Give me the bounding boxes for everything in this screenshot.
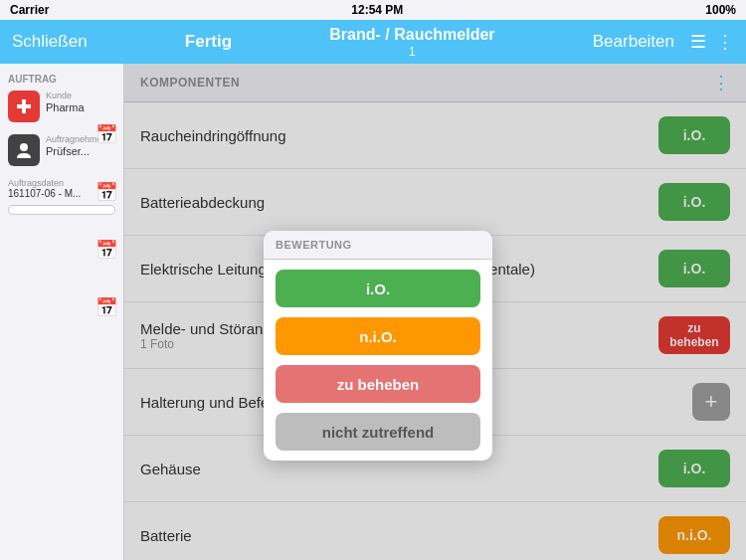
calendar-icons: 📅 📅 📅 📅 (95, 123, 117, 318)
customer-icon (8, 91, 40, 122)
person-icon (14, 140, 34, 160)
calendar-icon-2[interactable]: 📅 (95, 181, 117, 203)
layout: AUFTRAG Kunde Pharma Auftragne (0, 64, 746, 560)
carrier-label: Carrier (10, 3, 49, 17)
dropdown-header: BEWERTUNG (264, 231, 492, 260)
red-cross-icon (14, 96, 34, 116)
main-panel: KOMPONENTEN ⋮ Raucheindringöffnung i.O. … (124, 64, 746, 560)
sidebar-customer: Kunde Pharma (8, 91, 115, 122)
customer-label: Kunde (46, 91, 85, 100)
customer-name: Pharma (46, 100, 85, 114)
dropdown-option-nichtzutreffend[interactable]: nicht zutreffend (276, 413, 480, 451)
calendar-icon-3[interactable]: 📅 (95, 239, 117, 261)
calendar-icon-4[interactable]: 📅 (95, 296, 117, 318)
nav-bar-left: Schließen (12, 32, 88, 52)
nav-bar: Schließen Fertig Brand- / Rauchmelder 1 … (0, 20, 746, 64)
dropdown-option-io[interactable]: i.O. (276, 270, 480, 307)
svg-point-2 (20, 143, 28, 151)
nav-bar-right: Bearbeiten ☰ ⋮ (593, 31, 734, 53)
edit-button[interactable]: Bearbeiten (593, 32, 674, 52)
nav-subtitle-text: 1 (329, 45, 494, 59)
svg-rect-1 (17, 104, 31, 108)
more-icon[interactable]: ⋮ (716, 31, 734, 53)
calendar-icon-1[interactable]: 📅 (95, 123, 117, 145)
lines-icon[interactable]: ☰ (690, 31, 706, 53)
dropdown-option-nio[interactable]: n.i.O. (276, 317, 480, 355)
sidebar: AUFTRAG Kunde Pharma Auftragne (0, 64, 124, 560)
dropdown-popup: BEWERTUNG i.O. n.i.O. zu beheben nicht z… (264, 231, 492, 461)
battery-label: 100% (705, 3, 736, 17)
status-bar: Carrier 12:54 PM 100% (0, 0, 746, 20)
dropdown-overlay: BEWERTUNG i.O. n.i.O. zu beheben nicht z… (124, 64, 746, 560)
close-button[interactable]: Schließen (12, 32, 88, 52)
dropdown-option-zubeheben[interactable]: zu beheben (276, 365, 480, 403)
sidebar-section-label: AUFTRAG (8, 74, 115, 85)
technician-icon (8, 134, 40, 166)
done-button-container: Fertig (185, 32, 232, 52)
nav-icons-group: ☰ ⋮ (690, 31, 734, 53)
done-button[interactable]: Fertig (185, 32, 232, 52)
nav-title: Brand- / Rauchmelder 1 (329, 25, 494, 58)
time-label: 12:54 PM (351, 3, 403, 17)
nav-title-text: Brand- / Rauchmelder (329, 25, 494, 44)
